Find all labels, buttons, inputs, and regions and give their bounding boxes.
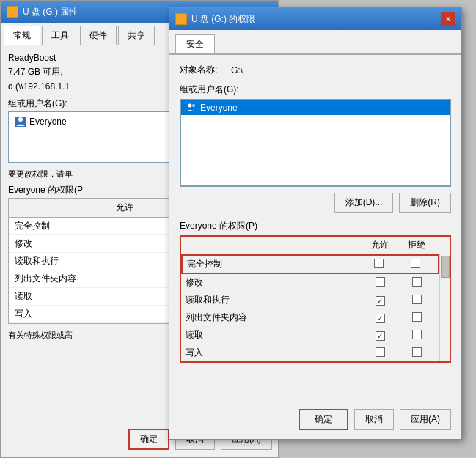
perms-header: 允许 拒绝 [181, 237, 450, 254]
perms-table-container: 允许 拒绝 完全控制 [180, 235, 451, 363]
bg-perm-col-allow: 允许 [110, 202, 139, 214]
perm-3-deny-check[interactable] [412, 312, 422, 322]
object-value: G:\ [231, 65, 243, 75]
perms-scrollbar[interactable] [439, 254, 450, 361]
perm-4-allow-check[interactable]: ✓ [376, 331, 385, 341]
delete-button[interactable]: 删除(R) [399, 193, 451, 213]
object-name-row: 对象名称: G:\ [180, 64, 451, 76]
dialog-close-button[interactable]: × [441, 12, 455, 26]
bg-tab-general[interactable]: 常规 [4, 26, 40, 45]
perm-5-deny-check[interactable] [412, 347, 422, 357]
dialog-body: 对象名称: G:\ 组或用户名(G): Everyone 添加(D)... 删除… [169, 55, 461, 377]
perms-rows: 完全控制 修改 [181, 254, 439, 361]
everyone-item[interactable]: Everyone [181, 100, 450, 115]
user-icon-bg [15, 117, 26, 127]
dialog-apply-button[interactable]: 应用(A) [400, 409, 451, 430]
perm-2-allow-check[interactable]: ✓ [376, 296, 385, 306]
bg-ok-button[interactable]: 确定 [128, 429, 169, 450]
drive-icon-dialog [175, 13, 187, 25]
add-button[interactable]: 添加(D)... [334, 193, 394, 213]
perm-row-listfolder: 列出文件夹内容 ✓ [181, 309, 439, 327]
tab-security[interactable]: 安全 [175, 34, 215, 53]
perms-body: 完全控制 修改 [181, 254, 450, 361]
perm-row-modify: 修改 [181, 274, 439, 292]
perm-row-write: 写入 [181, 344, 439, 361]
col-allow-label: 允许 [362, 239, 398, 251]
svg-point-3 [188, 104, 192, 108]
dialog-ok-button[interactable]: 确定 [299, 409, 348, 430]
dialog-tabs: 安全 [169, 30, 461, 55]
bg-everyone-label: Everyone [29, 117, 67, 127]
perm-0-allow-check[interactable] [374, 259, 384, 268]
perm-0-deny-check[interactable] [411, 259, 420, 268]
perm-1-deny-check[interactable] [412, 277, 422, 287]
dialog-bottom-buttons: 确定 取消 应用(A) [299, 409, 451, 430]
drive-icon-bg [7, 6, 18, 18]
svg-point-1 [18, 117, 23, 122]
perm-2-deny-check[interactable] [412, 295, 422, 304]
bg-tab-tools[interactable]: 工具 [42, 26, 78, 45]
add-delete-buttons: 添加(D)... 删除(R) [180, 193, 451, 213]
perms-section-label: Everyone 的权限(P) [180, 220, 451, 232]
perm-row-fullcontrol: 完全控制 [181, 254, 439, 274]
bg-tab-hardware[interactable]: 硬件 [80, 26, 117, 45]
dialog-titlebar: U 盘 (G:) 的权限 × [169, 8, 461, 30]
perm-row-read: 读取 ✓ [181, 327, 439, 344]
perm-4-deny-check[interactable] [412, 330, 422, 339]
perm-3-allow-check[interactable]: ✓ [376, 314, 385, 323]
bg-title: U 盘 (G:) 属性 [23, 6, 78, 18]
object-label: 对象名称: [180, 64, 231, 76]
svg-point-4 [192, 104, 195, 107]
group-label: 组或用户名(G): [180, 84, 451, 96]
perm-1-allow-check[interactable] [376, 277, 385, 287]
permissions-dialog: U 盘 (G:) 的权限 × 安全 对象名称: G:\ 组或用户名(G): Ev… [169, 7, 462, 440]
scrollbar-thumb[interactable] [441, 256, 450, 278]
dialog-cancel-button[interactable]: 取消 [354, 409, 394, 430]
everyone-label: Everyone [200, 103, 238, 113]
bg-tab-share[interactable]: 共享 [118, 26, 155, 45]
col-deny-label: 拒绝 [398, 239, 435, 251]
user-group-icon [186, 103, 197, 113]
perm-row-readexec: 读取和执行 ✓ [181, 292, 439, 309]
perm-5-allow-check[interactable] [376, 347, 385, 357]
dialog-title: U 盘 (G:) 的权限 [191, 13, 441, 26]
group-listbox[interactable]: Everyone [180, 99, 451, 187]
